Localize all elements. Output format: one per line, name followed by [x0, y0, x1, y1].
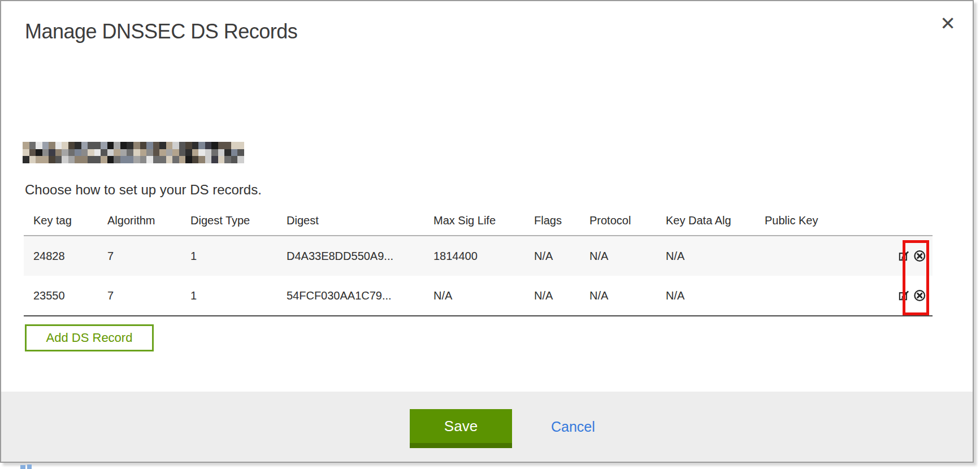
redaction-pixel	[159, 142, 166, 149]
redaction-pixel	[192, 142, 199, 149]
table-row: 23550 7 1 54FCF030AA1C79... N/A N/A N/A …	[24, 276, 933, 315]
redaction-pixel	[211, 149, 218, 157]
redaction-pixel	[49, 142, 55, 149]
redaction-pixel	[179, 156, 186, 163]
redaction-pixel	[231, 142, 238, 149]
redaction-pixel	[55, 149, 62, 157]
cell-key-tag: 24828	[24, 250, 98, 263]
redaction-pixel	[127, 142, 133, 149]
redaction-pixel	[36, 156, 42, 163]
redaction-pixel	[166, 142, 173, 149]
row-actions	[888, 248, 933, 264]
cell-digest-type: 1	[181, 250, 277, 263]
redaction-pixel	[237, 142, 244, 149]
redaction-pixel	[88, 149, 94, 157]
redaction-pixel	[205, 149, 212, 157]
page-title: Manage DNSSEC DS Records	[25, 20, 297, 44]
add-ds-record-button[interactable]: Add DS Record	[25, 324, 154, 351]
redaction-pixel	[23, 142, 29, 149]
cell-algorithm: 7	[98, 250, 181, 263]
col-protocol: Protocol	[580, 214, 656, 227]
redaction-pixel	[133, 149, 140, 157]
ds-records-table: Key tag Algorithm Digest Type Digest Max…	[24, 206, 933, 316]
instruction-text: Choose how to set up your DS records.	[25, 182, 262, 198]
redaction-pixel	[42, 156, 49, 163]
table-body: 24828 7 1 D4A33E8DD550A9... 1814400 N/A …	[24, 236, 933, 316]
edit-icon[interactable]	[898, 288, 911, 303]
redaction-pixel	[179, 149, 186, 157]
redaction-pixel	[224, 149, 231, 157]
table-row: 24828 7 1 D4A33E8DD550A9... 1814400 N/A …	[24, 236, 933, 276]
redaction-pixel	[36, 142, 42, 149]
cell-key-tag: 23550	[24, 289, 98, 302]
redaction-pixel	[101, 156, 107, 163]
background-page-artifact	[20, 465, 25, 469]
delete-icon[interactable]	[913, 248, 926, 264]
redaction-pixel	[120, 149, 127, 157]
redaction-pixel	[68, 149, 75, 157]
redaction-pixel	[140, 149, 147, 157]
cell-digest: D4A33E8DD550A9...	[277, 250, 424, 263]
redaction-pixel	[107, 142, 114, 149]
redaction-pixel	[192, 149, 199, 157]
redaction-pixel	[114, 156, 120, 163]
redaction-pixel	[23, 149, 29, 157]
redaction-pixel	[146, 156, 153, 163]
redaction-pixel	[49, 149, 55, 157]
col-key-tag: Key tag	[24, 214, 98, 227]
col-digest: Digest	[277, 214, 424, 227]
redaction-pixel	[231, 149, 238, 157]
redaction-pixel	[133, 156, 140, 163]
cell-algorithm: 7	[98, 289, 181, 302]
redaction-pixel	[153, 156, 160, 163]
redaction-pixel	[218, 142, 225, 149]
cell-flags: N/A	[524, 250, 580, 263]
redaction-pixel	[81, 149, 88, 157]
redaction-pixel	[62, 156, 68, 163]
redacted-domain-name	[23, 142, 244, 163]
col-digest-type: Digest Type	[181, 214, 277, 227]
redaction-pixel	[211, 156, 218, 163]
redaction-pixel	[192, 156, 199, 163]
col-algorithm: Algorithm	[98, 214, 181, 227]
redaction-pixel	[224, 156, 231, 163]
col-max-sig-life: Max Sig Life	[424, 214, 524, 227]
redaction-pixel	[133, 142, 140, 149]
edit-icon[interactable]	[898, 248, 911, 264]
redaction-pixel	[88, 142, 94, 149]
redaction-pixel	[42, 142, 49, 149]
redaction-pixel	[172, 149, 179, 157]
manage-dnssec-dialog: Manage DNSSEC DS Records ✕ Choose how to…	[0, 0, 974, 463]
redaction-pixel	[146, 149, 153, 157]
redaction-pixel	[75, 156, 81, 163]
redaction-pixel	[88, 156, 94, 163]
redaction-pixel	[237, 156, 244, 163]
redaction-pixel	[42, 149, 49, 157]
background-page-artifact	[27, 464, 32, 469]
redaction-pixel	[107, 149, 114, 157]
close-icon[interactable]: ✕	[936, 12, 959, 35]
col-key-data-alg: Key Data Alg	[656, 214, 755, 227]
redaction-pixel	[36, 149, 42, 157]
redaction-pixel	[218, 149, 225, 157]
redaction-pixel	[231, 156, 238, 163]
redaction-pixel	[185, 156, 192, 163]
redaction-pixel	[114, 149, 120, 157]
redaction-pixel	[198, 149, 205, 157]
redaction-pixel	[224, 142, 231, 149]
redaction-pixel	[166, 156, 173, 163]
redaction-pixel	[211, 142, 218, 149]
redaction-pixel	[29, 156, 36, 163]
redaction-pixel	[55, 142, 62, 149]
redaction-pixel	[198, 142, 205, 149]
redaction-pixel	[107, 156, 114, 163]
save-button[interactable]: Save	[410, 409, 512, 448]
cell-max-sig-life: N/A	[424, 289, 524, 302]
redaction-pixel	[62, 149, 68, 157]
cancel-link[interactable]: Cancel	[551, 419, 595, 435]
delete-icon[interactable]	[913, 288, 926, 303]
redaction-pixel	[23, 156, 29, 163]
redaction-pixel	[94, 156, 101, 163]
redaction-pixel	[49, 156, 55, 163]
cell-key-data-alg: N/A	[656, 289, 755, 302]
